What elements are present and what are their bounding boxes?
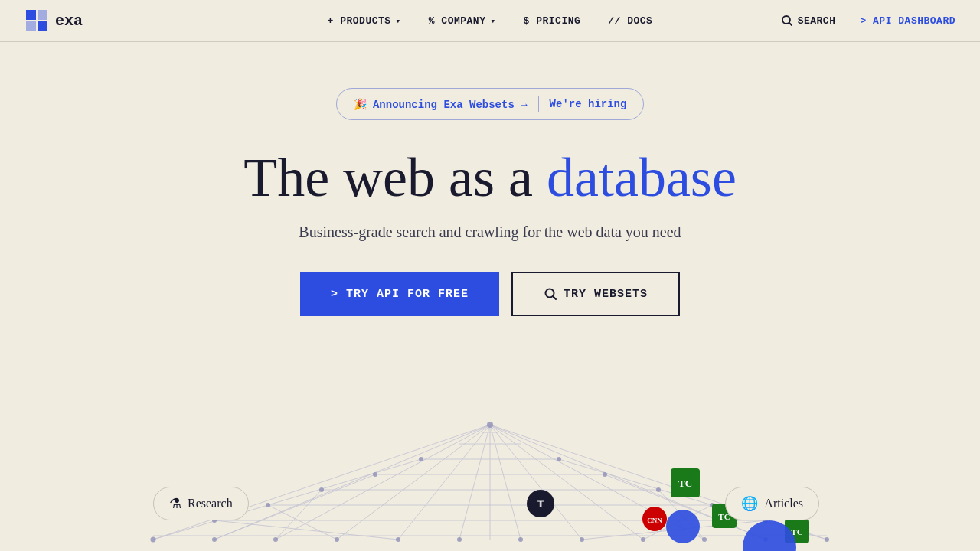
svg-point-40 xyxy=(151,537,156,543)
hero-section: 🎉 Announcing Exa Websets → We're hiring … xyxy=(0,42,980,362)
globe-icon: 🌐 xyxy=(741,495,758,512)
flask-icon: ⚗ xyxy=(169,495,181,512)
svg-point-72 xyxy=(666,510,700,543)
svg-text:CNN: CNN xyxy=(647,517,662,524)
nav-company[interactable]: % COMPANY ▾ xyxy=(429,15,496,27)
svg-point-44 xyxy=(396,537,400,542)
search-button[interactable]: SEARCH xyxy=(781,15,836,27)
svg-line-23 xyxy=(490,425,521,540)
svg-line-17 xyxy=(214,425,490,540)
svg-point-47 xyxy=(580,537,584,542)
chevron-down-icon: ▾ xyxy=(396,16,401,26)
svg-line-24 xyxy=(490,425,582,540)
svg-point-55 xyxy=(373,472,377,477)
svg-point-45 xyxy=(457,537,462,542)
api-dashboard-link[interactable]: > API DASHBOARD xyxy=(860,15,956,27)
svg-point-49 xyxy=(702,537,707,542)
try-websets-button[interactable]: TRY WEBSETS xyxy=(511,272,680,316)
network-svg: TC TC TC 𝕋 CNN xyxy=(0,375,980,551)
hero-title-highlight: database xyxy=(547,147,737,208)
svg-line-20 xyxy=(398,425,490,540)
articles-label-text: Articles xyxy=(764,497,803,510)
svg-line-21 xyxy=(459,425,490,540)
svg-point-60 xyxy=(603,472,607,477)
svg-point-41 xyxy=(212,537,217,542)
svg-line-31 xyxy=(276,490,322,540)
announcement-left: 🎉 Announcing Exa Websets → xyxy=(354,98,528,111)
svg-point-42 xyxy=(273,537,278,542)
svg-point-59 xyxy=(656,487,661,492)
svg-point-54 xyxy=(319,487,324,492)
svg-rect-1 xyxy=(38,10,47,20)
svg-point-53 xyxy=(266,503,270,507)
chevron-down-icon: ▾ xyxy=(490,16,495,26)
search-icon xyxy=(781,15,793,27)
hero-title-part1: The web as a xyxy=(243,147,547,208)
svg-point-48 xyxy=(641,537,645,542)
announcement-right: We're hiring xyxy=(550,98,627,110)
svg-text:𝕋: 𝕋 xyxy=(537,500,544,509)
svg-point-51 xyxy=(825,537,829,542)
svg-line-16 xyxy=(153,425,490,540)
svg-point-43 xyxy=(335,537,339,542)
network-visualization: TC TC TC 𝕋 CNN ⚗ Research 🌐 Articles xyxy=(0,375,980,551)
nav-pricing[interactable]: $ PRICING xyxy=(524,15,581,27)
articles-label[interactable]: 🌐 Articles xyxy=(725,487,819,520)
hero-title: The web as a database xyxy=(243,148,737,208)
svg-line-5 xyxy=(789,23,792,25)
hero-subtitle: Business-grade search and crawling for t… xyxy=(299,223,681,241)
nav-links: + PRODUCTS ▾ % COMPANY ▾ $ PRICING // DO… xyxy=(328,15,653,27)
svg-point-46 xyxy=(518,537,523,542)
nav-products[interactable]: + PRODUCTS ▾ xyxy=(328,15,401,27)
cta-buttons: > TRY API FOR FREE TRY WEBSETS xyxy=(300,272,680,316)
svg-line-7 xyxy=(554,297,557,300)
svg-text:TC: TC xyxy=(678,478,692,489)
search-icon xyxy=(544,287,557,301)
svg-rect-0 xyxy=(26,10,36,20)
navigation: exa + PRODUCTS ▾ % COMPANY ▾ $ PRICING /… xyxy=(0,0,980,42)
logo-text: exa xyxy=(55,12,83,30)
research-label-text: Research xyxy=(188,497,233,510)
svg-point-56 xyxy=(419,457,423,461)
logo[interactable]: exa xyxy=(24,8,83,33)
svg-point-39 xyxy=(487,422,493,428)
announcement-banner[interactable]: 🎉 Announcing Exa Websets → We're hiring xyxy=(336,88,645,120)
research-label[interactable]: ⚗ Research xyxy=(153,487,249,520)
nav-right: SEARCH > API DASHBOARD xyxy=(781,15,956,27)
svg-rect-2 xyxy=(26,21,36,31)
nav-docs[interactable]: // DOCS xyxy=(608,15,652,27)
svg-point-61 xyxy=(557,457,561,461)
svg-line-18 xyxy=(276,425,490,540)
svg-rect-3 xyxy=(38,21,47,31)
try-api-button[interactable]: > TRY API FOR FREE xyxy=(300,272,499,316)
svg-line-25 xyxy=(490,425,643,540)
announcement-divider xyxy=(538,96,539,112)
svg-line-19 xyxy=(337,425,490,540)
